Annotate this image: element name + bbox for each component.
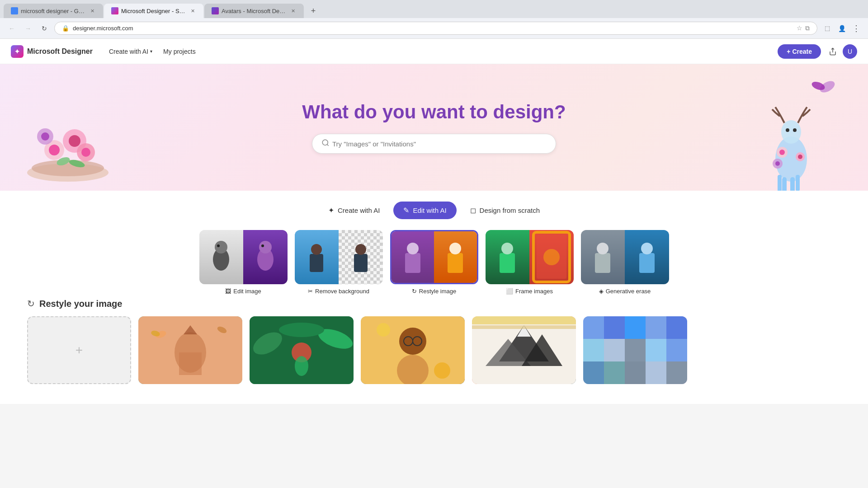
browser-tab-2[interactable]: Microsoft Designer - Stunning ... ✕ [104, 4, 203, 18]
svg-point-11 [68, 159, 85, 169]
restyle-card-3-visual [361, 316, 465, 384]
svg-point-42 [449, 243, 461, 254]
hero-search-bar[interactable] [312, 134, 556, 154]
hero-content: What do you want to design? [302, 101, 566, 154]
brand: ✦ Microsoft Designer [11, 45, 93, 58]
nav-create-with-ai-label: Create with AI [109, 48, 148, 55]
browser-tab-1[interactable]: microsoft designer - Google S... ✕ [4, 4, 103, 18]
restyle-card-blank[interactable]: + [27, 316, 131, 384]
tab-edit-with-ai[interactable]: ✎ Edit with AI [393, 202, 456, 219]
create-ai-tab-icon: ✦ [328, 206, 334, 215]
svg-point-22 [779, 150, 785, 155]
card-restyle-preview [390, 230, 478, 284]
svg-point-51 [641, 243, 653, 254]
tab-create-with-ai-label: Create with AI [338, 206, 380, 214]
extensions-button[interactable]: ⬚ [821, 22, 834, 35]
tab-close-3[interactable]: ✕ [289, 7, 297, 14]
svg-point-12 [322, 140, 328, 145]
restyle-card-2[interactable] [250, 316, 354, 384]
card-edit-image-preview [199, 230, 288, 284]
tab-close-1[interactable]: ✕ [89, 7, 96, 14]
card-edit-image-label: 🖼 Edit image [225, 288, 261, 295]
extension-icon[interactable]: ⧉ [805, 24, 810, 32]
tab-close-2[interactable]: ✕ [189, 7, 196, 14]
svg-rect-77 [472, 316, 576, 324]
tab-create-with-ai[interactable]: ✦ Create with AI [318, 202, 390, 219]
reload-button[interactable]: ↻ [38, 22, 51, 35]
search-input[interactable] [332, 140, 547, 148]
svg-point-9 [81, 148, 90, 157]
card-edit-image[interactable]: 🖼 Edit image [199, 230, 288, 295]
card-frame-images[interactable]: ⬜ Frame images [486, 230, 574, 295]
nav-my-projects[interactable]: My projects [158, 45, 201, 58]
restyle-card-5[interactable] [583, 316, 687, 384]
upload-icon: + [75, 343, 83, 357]
svg-point-62 [279, 323, 324, 337]
menu-button[interactable]: ⋮ [850, 22, 863, 35]
forward-button[interactable]: → [22, 22, 34, 35]
svg-point-33 [259, 241, 272, 253]
new-tab-button[interactable]: + [307, 4, 320, 18]
restyle-icon: ↻ [412, 288, 417, 295]
card-frame-preview [486, 230, 574, 284]
svg-point-49 [597, 243, 609, 254]
tab-favicon-1 [11, 7, 18, 14]
user-avatar[interactable]: U [843, 44, 857, 59]
browser-chrome: microsoft designer - Google S... ✕ Micro… [0, 0, 868, 39]
card-generative-erase[interactable]: ◈ Generative erase [581, 230, 669, 295]
frame-icon: ⬜ [506, 288, 513, 295]
browser-tab-3[interactable]: Avatars - Microsoft Designer ✕ [204, 4, 304, 18]
profile-button[interactable]: 👤 [835, 22, 848, 35]
brand-logo: ✦ [11, 45, 24, 58]
edit-ai-tab-icon: ✎ [403, 206, 409, 215]
tab-title-2: Microsoft Designer - Stunning ... [121, 8, 186, 14]
address-bar[interactable]: 🔒 designer.microsoft.com ☆ ⧉ [54, 22, 817, 35]
app-header: ✦ Microsoft Designer Create with AI ▾ My… [0, 39, 868, 64]
svg-point-14 [811, 80, 826, 91]
svg-point-4 [63, 129, 86, 153]
svg-point-0 [27, 164, 108, 182]
svg-point-23 [796, 152, 805, 161]
chevron-down-icon: ▾ [150, 49, 152, 54]
svg-rect-94 [666, 361, 687, 384]
share-icon [829, 47, 837, 56]
tab-design-from-scratch[interactable]: ◻ Design from scratch [460, 202, 550, 219]
back-button[interactable]: ← [5, 22, 18, 35]
restyle-card-3[interactable] [361, 316, 465, 384]
svg-point-16 [781, 120, 801, 144]
tab-row: ✦ Create with AI ✎ Edit with AI ◻ Design… [27, 202, 841, 219]
card-remove-bg-preview [295, 230, 383, 284]
svg-rect-78 [472, 325, 576, 329]
restyle-section-icon: ↻ [27, 298, 35, 309]
svg-point-64 [295, 356, 308, 376]
search-icon [321, 139, 330, 149]
generative-erase-text: Generative erase [606, 288, 651, 295]
brand-name: Microsoft Designer [27, 47, 93, 56]
tab-design-from-scratch-label: Design from scratch [480, 206, 540, 214]
restyle-card-1-visual [138, 316, 242, 384]
svg-rect-87 [625, 339, 646, 361]
restyle-section: ↻ Restyle your image + [27, 298, 841, 393]
frame-text: Frame images [515, 288, 553, 295]
share-button[interactable] [825, 43, 841, 60]
svg-rect-84 [666, 316, 687, 339]
card-restyle-label: ↻ Restyle image [412, 288, 456, 295]
restyle-text: Restyle image [419, 288, 456, 295]
lock-icon: 🔒 [62, 25, 69, 32]
nav-create-with-ai[interactable]: Create with AI ▾ [104, 45, 158, 58]
bookmark-icon[interactable]: ☆ [797, 24, 802, 32]
card-remove-background[interactable]: ✂ Remove background [295, 230, 383, 295]
hero-decoration-left [9, 78, 127, 186]
svg-rect-39 [405, 253, 420, 273]
create-button[interactable]: + Create [778, 44, 821, 59]
restyle-card-4[interactable] [472, 316, 576, 384]
svg-point-26 [775, 161, 780, 166]
svg-rect-83 [646, 316, 666, 339]
restyle-card-5-visual [583, 316, 687, 384]
restyle-card-1[interactable] [138, 316, 242, 384]
address-text: designer.microsoft.com [73, 25, 133, 32]
tab-title-1: microsoft designer - Google S... [21, 8, 86, 14]
card-restyle-image[interactable]: ↻ Restyle image [390, 230, 478, 295]
flower-decoration-left [9, 78, 127, 186]
remove-bg-text: Remove background [315, 288, 369, 295]
